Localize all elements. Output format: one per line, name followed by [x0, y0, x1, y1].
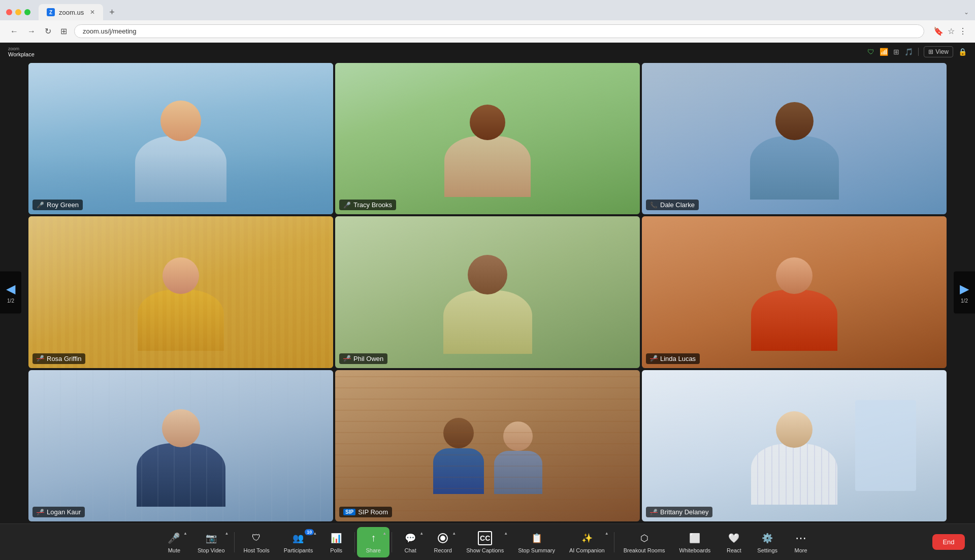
toolbar-divider-2: [354, 532, 355, 552]
zoom-toolbar: ▲ 🎤 Mute ▲ 📷 Stop Video 🛡 Host Tools ▲ 👥…: [0, 523, 975, 560]
chat-icon: 💬: [403, 531, 417, 545]
participant-label-roy: 🎤 Roy Green: [32, 200, 83, 210]
ai-companion-button[interactable]: ▲ ✨ AI Companion: [562, 527, 612, 557]
react-button[interactable]: 🤍 React: [718, 527, 750, 557]
video-icon: 📷: [204, 531, 218, 545]
left-arrow-icon: ◀: [6, 281, 15, 295]
share-icon: ↑: [366, 531, 380, 545]
ai-companion-icon: ✨: [580, 531, 594, 545]
security-shield-icon[interactable]: 🛡: [867, 48, 874, 56]
ai-companion-caret-icon[interactable]: ▲: [605, 531, 609, 536]
show-captions-button[interactable]: ▲ CC Show Captions: [459, 527, 511, 557]
header-divider: [918, 48, 919, 56]
video-bg-phil: [335, 216, 640, 368]
stop-video-caret-icon[interactable]: ▲: [225, 531, 229, 536]
host-tools-button[interactable]: 🛡 Host Tools: [237, 527, 277, 557]
settings-label: Settings: [757, 547, 777, 553]
prev-page-button[interactable]: ◀ 1/2: [0, 271, 21, 313]
view-button[interactable]: ⊞ View: [924, 46, 953, 57]
participant-name-brittany: Brittany Delaney: [660, 508, 708, 516]
participant-name-dale: Dale Clarke: [660, 201, 695, 209]
captions-caret-icon[interactable]: ▲: [504, 531, 508, 536]
tab-title: zoom.us: [59, 9, 84, 16]
next-page-button[interactable]: ▶ 1/2: [954, 271, 975, 313]
record-caret-icon[interactable]: ▲: [452, 531, 456, 536]
wifi-icon: 📶: [880, 48, 888, 56]
video-bg-brittany: [642, 370, 947, 521]
video-cell-sip-room[interactable]: SIP SIP Room: [335, 370, 640, 521]
active-tab[interactable]: Z zoom.us ✕: [39, 4, 103, 20]
mic-active-icon: 🎤: [37, 202, 44, 209]
share-button[interactable]: ▲ ↑ Share: [357, 527, 389, 557]
video-cell-logan-kaur[interactable]: 🎤 Logan Kaur: [28, 370, 333, 521]
participant-name-logan: Logan Kaur: [47, 508, 81, 516]
participant-name-linda: Linda Lucas: [660, 355, 696, 363]
more-icon: ⋯: [794, 531, 808, 545]
breakout-rooms-icon: ⬡: [637, 531, 652, 545]
video-bg-linda: [642, 216, 947, 368]
zoom-main: ◀ 1/2 🎤: [0, 61, 975, 523]
record-button[interactable]: ▲ Record: [427, 527, 459, 557]
video-cell-linda-lucas[interactable]: 🎤 Linda Lucas: [642, 216, 947, 368]
cast-icon[interactable]: ⊞: [893, 48, 899, 56]
chat-caret-icon[interactable]: ▲: [419, 531, 424, 536]
polls-icon: 📊: [329, 531, 343, 545]
mic-muted-icon-linda: 🎤: [650, 355, 658, 362]
minimize-dot[interactable]: [15, 9, 21, 15]
more-button[interactable]: ⋯ More: [785, 527, 817, 557]
mic-muted-icon-brittany: 🎤: [650, 509, 658, 516]
browser-chrome: Z zoom.us ✕ + ⌄ ← → ↻ ⊞ zoom.us/j/meetin…: [0, 0, 975, 43]
back-button[interactable]: ←: [8, 25, 20, 38]
menu-icon[interactable]: ⋮: [959, 26, 967, 36]
audio-icon[interactable]: 🎵: [904, 48, 913, 56]
lock-icon[interactable]: 🔒: [958, 48, 967, 56]
mute-caret-icon[interactable]: ▲: [183, 531, 187, 536]
forward-button[interactable]: →: [25, 25, 38, 38]
participant-name-roy: Roy Green: [47, 201, 79, 209]
participants-label: Participants: [284, 547, 313, 553]
participant-name-sip: SIP Room: [358, 508, 388, 516]
maximize-dot[interactable]: [24, 9, 30, 15]
participant-label-sip: SIP SIP Room: [339, 507, 392, 517]
reload-button[interactable]: ↻: [43, 24, 53, 38]
ai-companion-label: AI Companion: [569, 547, 605, 553]
participant-label-tracy: 🎤 Tracy Brooks: [339, 200, 396, 210]
video-cell-rosa-griffin[interactable]: 🎤 Rosa Griffin: [28, 216, 333, 368]
chat-button[interactable]: ▲ 💬 Chat: [394, 527, 427, 557]
video-cell-roy-green[interactable]: 🎤 Roy Green: [28, 63, 333, 214]
stop-video-label: Stop Video: [198, 547, 225, 553]
whiteboards-button[interactable]: ⬜ Whiteboards: [672, 527, 718, 557]
page-left-label: 1/2: [7, 298, 14, 303]
breakout-rooms-button[interactable]: ⬡ Breakout Rooms: [616, 527, 672, 557]
page-right-label: 1/2: [961, 298, 968, 303]
video-cell-brittany-delaney[interactable]: 🎤 Brittany Delaney: [642, 370, 947, 521]
stop-summary-label: Stop Summary: [518, 547, 555, 553]
new-tab-button[interactable]: +: [106, 7, 118, 18]
close-dot[interactable]: [6, 9, 12, 15]
video-grid: 🎤 Roy Green 🎤 Tracy B: [0, 61, 975, 523]
video-cell-phil-owen[interactable]: 🎤 Phil Owen: [335, 216, 640, 368]
bookmark-icon[interactable]: 🔖: [933, 26, 944, 36]
mute-button[interactable]: ▲ 🎤 Mute: [158, 527, 190, 557]
address-bar[interactable]: zoom.us/j/meeting: [74, 24, 924, 38]
tab-favicon: Z: [47, 8, 55, 16]
browser-minimize: ⌄: [964, 9, 969, 16]
video-cell-tracy-brooks[interactable]: 🎤 Tracy Brooks: [335, 63, 640, 214]
star-icon[interactable]: ☆: [948, 26, 955, 36]
polls-button[interactable]: 📊 Polls: [320, 527, 352, 557]
whiteboards-label: Whiteboards: [679, 547, 711, 553]
zoom-header: zoom Workplace 🛡 📶 ⊞ 🎵 ⊞ View 🔒: [0, 43, 975, 61]
url-text: zoom.us/j/meeting: [83, 27, 137, 35]
home-button[interactable]: ⊞: [58, 24, 69, 38]
end-button[interactable]: End: [932, 534, 965, 550]
share-caret-icon[interactable]: ▲: [382, 531, 386, 536]
video-cell-dale-clarke[interactable]: 📞 Dale Clarke: [642, 63, 947, 214]
tab-close-icon[interactable]: ✕: [90, 9, 95, 16]
react-label: React: [727, 547, 741, 553]
mute-label: Mute: [168, 547, 180, 553]
stop-video-button[interactable]: ▲ 📷 Stop Video: [190, 527, 232, 557]
settings-button[interactable]: ⚙️ Settings: [750, 527, 785, 557]
window-controls: [6, 9, 30, 15]
participants-button[interactable]: ▲ 👥 10 Participants: [277, 527, 320, 557]
stop-summary-button[interactable]: 📋 Stop Summary: [511, 527, 562, 557]
